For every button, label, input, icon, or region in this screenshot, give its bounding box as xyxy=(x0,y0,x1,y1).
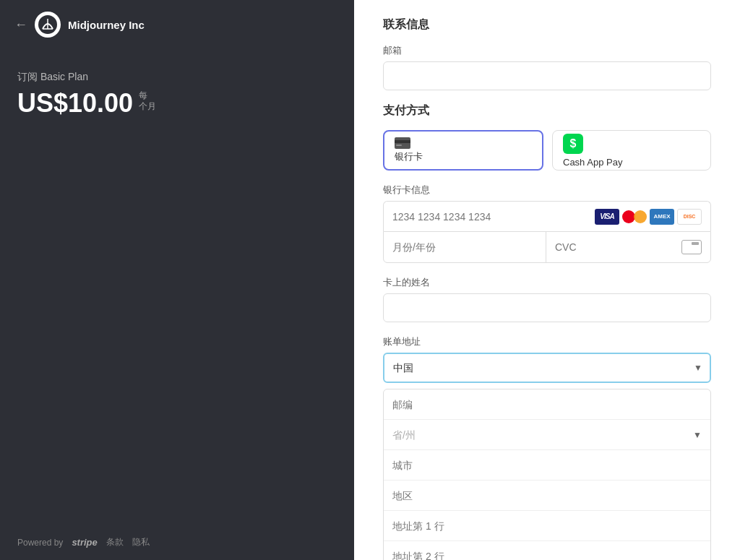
card-expiry-input[interactable] xyxy=(384,232,546,262)
address1-input[interactable] xyxy=(384,511,710,540)
powered-by-text: Powered by xyxy=(17,538,63,548)
cardholder-label: 卡上的姓名 xyxy=(383,276,711,289)
left-panel: ← Midjourney Inc 订阅 Basic Plan US$10.00 … xyxy=(0,0,354,560)
zip-row xyxy=(384,389,710,420)
district-input[interactable] xyxy=(384,481,710,510)
card-number-row: VISA AMEX DISC xyxy=(383,201,711,231)
back-button[interactable]: ← xyxy=(14,17,27,33)
cardholder-input[interactable] xyxy=(383,293,711,322)
card-cvc-wrapper xyxy=(546,232,710,262)
card-icons: VISA AMEX DISC xyxy=(595,209,702,225)
privacy-link[interactable]: 隐私 xyxy=(132,536,150,548)
province-row: 省/州 ▼ xyxy=(384,420,710,450)
card-info-label: 银行卡信息 xyxy=(383,184,711,197)
svg-rect-5 xyxy=(396,145,402,146)
cvc-icon xyxy=(681,240,702,254)
price-period: 每个月 xyxy=(139,90,156,113)
email-label: 邮箱 xyxy=(383,44,711,57)
city-input[interactable] xyxy=(384,450,710,480)
payment-methods: 银行卡 $ Cash App Pay xyxy=(383,130,711,171)
card-cvc-input[interactable] xyxy=(555,241,681,253)
address2-row xyxy=(384,541,710,560)
billing-label: 账单地址 xyxy=(383,335,711,348)
visa-icon: VISA xyxy=(595,209,619,225)
payment-method-cashapp[interactable]: $ Cash App Pay xyxy=(552,130,711,171)
email-input[interactable] xyxy=(383,61,711,90)
card-icon xyxy=(395,137,410,149)
right-panel: 联系信息 邮箱 支付方式 银行卡 $ Cash App Pay xyxy=(354,0,740,560)
payment-method-card[interactable]: 银行卡 xyxy=(383,130,543,171)
left-content: 订阅 Basic Plan US$10.00 每个月 xyxy=(0,49,354,525)
card-info-group: 银行卡信息 VISA AMEX DISC xyxy=(383,184,711,263)
subscription-label: 订阅 Basic Plan xyxy=(17,71,337,84)
billing-group: 账单地址 中国 美国 英国 日本 ▼ 省/州 ▼ xyxy=(383,335,711,560)
brand-logo xyxy=(35,12,61,38)
card-number-input[interactable] xyxy=(392,211,595,223)
price-row: US$10.00 每个月 xyxy=(17,88,337,119)
card-method-label: 银行卡 xyxy=(395,150,423,163)
cashapp-method-label: Cash App Pay xyxy=(563,157,622,168)
payment-section-title: 支付方式 xyxy=(383,103,711,119)
card-bottom-row xyxy=(383,231,711,263)
amex-icon: AMEX xyxy=(650,209,674,225)
city-row xyxy=(384,450,710,481)
country-select[interactable]: 中国 美国 英国 日本 xyxy=(383,353,711,383)
district-row xyxy=(384,481,710,511)
stripe-logo: stripe xyxy=(72,537,97,548)
province-select[interactable]: 省/州 xyxy=(384,420,710,449)
svg-rect-4 xyxy=(395,140,410,143)
zip-input[interactable] xyxy=(384,389,710,419)
country-select-wrapper: 中国 美国 英国 日本 ▼ xyxy=(383,353,711,383)
terms-link[interactable]: 条款 xyxy=(106,536,124,548)
price-amount: US$10.00 xyxy=(17,88,133,119)
left-footer: Powered by stripe 条款 隐私 xyxy=(0,525,354,560)
cashapp-icon: $ xyxy=(563,134,583,154)
address2-input[interactable] xyxy=(384,541,710,560)
mastercard-icon xyxy=(622,209,647,225)
contact-section-title: 联系信息 xyxy=(383,17,711,33)
left-header: ← Midjourney Inc xyxy=(0,0,354,49)
address-fields: 省/州 ▼ xyxy=(383,389,711,560)
brand-name: Midjourney Inc xyxy=(68,19,145,31)
address1-row xyxy=(384,511,710,541)
card-icon-row xyxy=(395,137,410,149)
email-group: 邮箱 xyxy=(383,44,711,90)
cardholder-group: 卡上的姓名 xyxy=(383,276,711,322)
discover-icon: DISC xyxy=(677,209,702,225)
